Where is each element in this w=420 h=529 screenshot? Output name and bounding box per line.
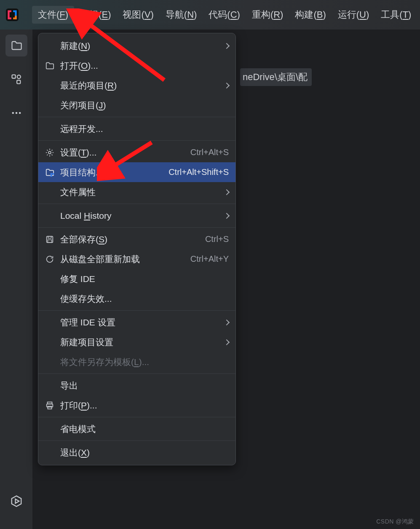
menu-v[interactable]: 视图(V) — [117, 6, 159, 24]
menu-separator — [38, 417, 235, 417]
file-menu-local-history[interactable]: Local History — [38, 206, 235, 226]
play-hex-icon — [10, 495, 23, 508]
menu-separator — [38, 373, 235, 374]
chevron-right-icon — [224, 212, 230, 218]
gear-icon — [44, 147, 55, 158]
menu-item-label: 新建(N) — [60, 40, 215, 52]
chevron-right-icon — [224, 43, 230, 48]
file-menu-省电模式[interactable]: 省电模式 — [38, 419, 235, 439]
more-tool-button[interactable] — [5, 102, 27, 124]
folder-icon — [11, 40, 22, 51]
file-menu-新建[interactable]: 新建(N) — [38, 36, 235, 56]
menu-n[interactable]: 导航(N) — [160, 6, 203, 24]
file-menu-新建项目设置[interactable]: 新建项目设置 — [38, 332, 235, 352]
menu-item-label: 打印(P)... — [60, 400, 229, 411]
menu-item-label: 使缓存失效... — [60, 293, 229, 305]
file-menu-文件属性[interactable]: 文件属性 — [38, 182, 235, 202]
menu-separator — [38, 117, 235, 117]
menubar: 文件(F)编辑(E)视图(V)导航(N)代码(C)重构(R)构建(B)运行(U)… — [0, 0, 420, 30]
menu-item-label: 关闭项目(J) — [60, 99, 229, 111]
structure-icon — [11, 73, 22, 85]
menu-t[interactable]: 工具(T) — [375, 6, 417, 24]
file-menu-将文件另存为模板: 将文件另存为模板(L)... — [38, 352, 235, 372]
chevron-right-icon — [224, 82, 230, 88]
services-tool-button[interactable] — [5, 490, 27, 512]
file-menu-全部保存[interactable]: 全部保存(S)Ctrl+S — [38, 229, 235, 249]
breadcrumb-path: neDrive\桌面\配 — [240, 68, 312, 86]
menu-item-shortcut: Ctrl+Alt+Y — [190, 254, 229, 264]
menu-item-label: 最近的项目(R) — [60, 80, 215, 91]
save-icon — [44, 234, 55, 245]
menu-b[interactable]: 构建(B) — [289, 6, 332, 24]
menu-item-label: 管理 IDE 设置 — [60, 317, 215, 328]
structure-tool-button[interactable] — [5, 68, 27, 90]
menu-r[interactable]: 重构(R) — [246, 6, 289, 24]
print-icon — [44, 400, 55, 411]
menu-item-label: 省电模式 — [60, 423, 229, 435]
proj-struct-icon — [44, 167, 55, 178]
dots-icon — [11, 107, 22, 119]
chevron-right-icon — [224, 339, 230, 345]
menu-item-label: 修复 IDE — [60, 273, 229, 285]
menu-item-label: 项目结构... — [60, 166, 158, 178]
file-menu-关闭项目[interactable]: 关闭项目(J) — [38, 95, 235, 115]
file-menu-项目结构[interactable]: 项目结构...Ctrl+Alt+Shift+S — [38, 162, 235, 182]
menu-separator — [38, 440, 235, 441]
menu-item-shortcut: Ctrl+S — [205, 234, 229, 244]
menu-separator — [38, 227, 235, 228]
watermark: CSDN @鸿蒙 — [376, 518, 414, 526]
left-toolstrip — [0, 30, 33, 529]
file-menu-远程开发[interactable]: 远程开发... — [38, 119, 235, 139]
menu-e[interactable]: 编辑(E) — [74, 6, 117, 24]
file-menu-退出[interactable]: 退出(X) — [38, 443, 235, 462]
menu-item-label: 设置(T)... — [60, 147, 180, 158]
menu-item-label: 新建项目设置 — [60, 336, 215, 348]
menu-item-label: 从磁盘全部重新加载 — [60, 253, 180, 265]
file-menu-打开[interactable]: 打开(O)... — [38, 56, 235, 75]
menu-item-label: Local History — [60, 211, 215, 221]
file-menu-设置[interactable]: 设置(T)...Ctrl+Alt+S — [38, 142, 235, 162]
menu-item-label: 全部保存(S) — [60, 234, 195, 245]
menu-item-label: 退出(X) — [60, 447, 229, 459]
chevron-right-icon — [224, 319, 230, 325]
menu-u[interactable]: 运行(U) — [332, 6, 375, 24]
file-menu-使缓存失效[interactable]: 使缓存失效... — [38, 289, 235, 309]
menu-item-shortcut: Ctrl+Alt+Shift+S — [169, 167, 229, 177]
file-menu-修复-ide[interactable]: 修复 IDE — [38, 269, 235, 289]
file-menu-管理-ide-设置[interactable]: 管理 IDE 设置 — [38, 312, 235, 332]
menu-separator — [38, 204, 235, 204]
file-menu-打印[interactable]: 打印(P)... — [38, 395, 235, 415]
menu-item-label: 导出 — [60, 380, 229, 392]
reload-icon — [44, 254, 55, 265]
menu-c[interactable]: 代码(C) — [203, 6, 246, 24]
menu-item-label: 打开(O)... — [60, 60, 229, 72]
menu-item-shortcut: Ctrl+Alt+S — [190, 148, 229, 157]
menu-item-label: 文件属性 — [60, 186, 215, 198]
menu-f[interactable]: 文件(F) — [32, 6, 74, 24]
chevron-right-icon — [224, 189, 230, 195]
file-menu-从磁盘全部重新加载[interactable]: 从磁盘全部重新加载Ctrl+Alt+Y — [38, 249, 235, 269]
menu-item-label: 将文件另存为模板(L)... — [60, 356, 229, 368]
file-menu-dropdown: 新建(N)打开(O)...最近的项目(R)关闭项目(J)远程开发...设置(T)… — [38, 33, 236, 465]
file-menu-导出[interactable]: 导出 — [38, 376, 235, 395]
menu-separator — [38, 140, 235, 141]
menu-item-label: 远程开发... — [60, 123, 229, 135]
app-logo-icon — [5, 8, 19, 22]
project-tool-button[interactable] — [5, 35, 27, 56]
file-menu-最近的项目[interactable]: 最近的项目(R) — [38, 75, 235, 95]
folder-icon — [44, 60, 55, 71]
menu-separator — [38, 310, 235, 311]
